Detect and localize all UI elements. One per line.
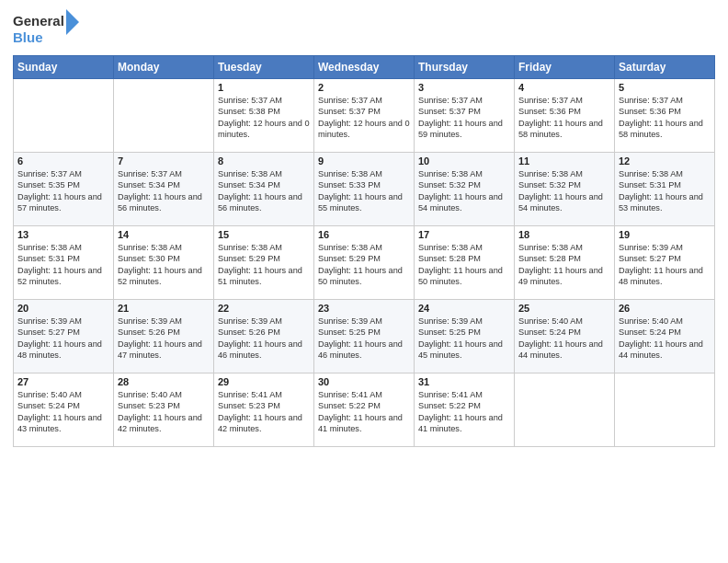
calendar-body: 1Sunrise: 5:37 AMSunset: 5:38 PMDaylight…: [14, 79, 715, 447]
day-info: Sunrise: 5:39 AMSunset: 5:26 PMDaylight:…: [218, 316, 310, 362]
day-number: 17: [418, 229, 510, 240]
calendar-cell: 6Sunrise: 5:37 AMSunset: 5:35 PMDaylight…: [14, 153, 114, 226]
day-number: 12: [619, 155, 711, 167]
week-row-3: 13Sunrise: 5:38 AMSunset: 5:31 PMDayligh…: [14, 226, 715, 300]
day-info: Sunrise: 5:38 AMSunset: 5:28 PMDaylight:…: [518, 242, 610, 288]
week-row-5: 27Sunrise: 5:40 AMSunset: 5:24 PMDayligh…: [14, 373, 715, 447]
calendar-cell: [615, 373, 715, 447]
weekday-header-row: SundayMondayTuesdayWednesdayThursdayFrid…: [14, 56, 715, 79]
day-number: 9: [318, 155, 410, 167]
day-number: 23: [318, 303, 410, 314]
calendar-cell: 10Sunrise: 5:38 AMSunset: 5:32 PMDayligh…: [415, 153, 515, 226]
calendar-cell: 17Sunrise: 5:38 AMSunset: 5:28 PMDayligh…: [415, 226, 515, 300]
weekday-header-tuesday: Tuesday: [214, 56, 314, 79]
calendar-cell: 1Sunrise: 5:37 AMSunset: 5:38 PMDaylight…: [214, 79, 314, 153]
weekday-header-monday: Monday: [114, 56, 214, 79]
day-number: 30: [318, 376, 410, 387]
day-info: Sunrise: 5:38 AMSunset: 5:30 PMDaylight:…: [118, 242, 210, 288]
svg-text:Blue: Blue: [13, 29, 43, 45]
day-info: Sunrise: 5:41 AMSunset: 5:22 PMDaylight:…: [418, 389, 510, 435]
calendar-cell: 16Sunrise: 5:38 AMSunset: 5:29 PMDayligh…: [314, 226, 415, 300]
calendar-cell: 4Sunrise: 5:37 AMSunset: 5:36 PMDaylight…: [515, 79, 615, 153]
page: GeneralBlue SundayMondayTuesdayWednesday…: [0, 0, 728, 563]
day-number: 19: [619, 229, 711, 240]
day-info: Sunrise: 5:38 AMSunset: 5:32 PMDaylight:…: [518, 168, 610, 214]
day-info: Sunrise: 5:38 AMSunset: 5:29 PMDaylight:…: [318, 242, 410, 288]
day-info: Sunrise: 5:38 AMSunset: 5:31 PMDaylight:…: [17, 242, 109, 288]
day-info: Sunrise: 5:37 AMSunset: 5:37 PMDaylight:…: [318, 95, 410, 141]
day-info: Sunrise: 5:38 AMSunset: 5:28 PMDaylight:…: [418, 242, 510, 288]
calendar-table: SundayMondayTuesdayWednesdayThursdayFrid…: [13, 55, 715, 447]
day-number: 27: [17, 376, 109, 387]
calendar-cell: 31Sunrise: 5:41 AMSunset: 5:22 PMDayligh…: [415, 373, 515, 447]
calendar-cell: 12Sunrise: 5:38 AMSunset: 5:31 PMDayligh…: [615, 153, 715, 226]
header: GeneralBlue: [13, 9, 715, 50]
day-number: 11: [518, 155, 610, 167]
day-number: 8: [218, 155, 310, 167]
day-info: Sunrise: 5:40 AMSunset: 5:24 PMDaylight:…: [619, 316, 711, 362]
logo-svg: GeneralBlue: [13, 9, 79, 50]
day-info: Sunrise: 5:40 AMSunset: 5:24 PMDaylight:…: [17, 389, 109, 435]
calendar-cell: 15Sunrise: 5:38 AMSunset: 5:29 PMDayligh…: [214, 226, 314, 300]
week-row-4: 20Sunrise: 5:39 AMSunset: 5:27 PMDayligh…: [14, 300, 715, 373]
weekday-header-sunday: Sunday: [14, 56, 114, 79]
day-number: 22: [218, 303, 310, 314]
calendar-cell: 7Sunrise: 5:37 AMSunset: 5:34 PMDaylight…: [114, 153, 214, 226]
day-number: 14: [118, 229, 210, 240]
day-number: 16: [318, 229, 410, 240]
calendar-cell: 27Sunrise: 5:40 AMSunset: 5:24 PMDayligh…: [14, 373, 114, 447]
day-info: Sunrise: 5:38 AMSunset: 5:29 PMDaylight:…: [218, 242, 310, 288]
day-number: 3: [418, 82, 510, 93]
calendar-cell: [515, 373, 615, 447]
calendar-cell: 20Sunrise: 5:39 AMSunset: 5:27 PMDayligh…: [14, 300, 114, 373]
day-info: Sunrise: 5:37 AMSunset: 5:37 PMDaylight:…: [418, 95, 510, 141]
day-info: Sunrise: 5:39 AMSunset: 5:26 PMDaylight:…: [118, 316, 210, 362]
day-info: Sunrise: 5:38 AMSunset: 5:34 PMDaylight:…: [218, 168, 310, 214]
calendar-cell: 28Sunrise: 5:40 AMSunset: 5:23 PMDayligh…: [114, 373, 214, 447]
day-number: 5: [619, 82, 711, 93]
svg-text:General: General: [13, 13, 64, 29]
day-info: Sunrise: 5:40 AMSunset: 5:23 PMDaylight:…: [118, 389, 210, 435]
calendar-cell: 24Sunrise: 5:39 AMSunset: 5:25 PMDayligh…: [415, 300, 515, 373]
calendar-cell: 9Sunrise: 5:38 AMSunset: 5:33 PMDaylight…: [314, 153, 415, 226]
day-number: 28: [118, 376, 210, 387]
day-info: Sunrise: 5:41 AMSunset: 5:22 PMDaylight:…: [318, 389, 410, 435]
day-number: 13: [17, 229, 109, 240]
day-number: 20: [17, 303, 109, 314]
day-number: 7: [118, 155, 210, 167]
calendar-cell: 14Sunrise: 5:38 AMSunset: 5:30 PMDayligh…: [114, 226, 214, 300]
day-info: Sunrise: 5:37 AMSunset: 5:34 PMDaylight:…: [118, 168, 210, 214]
calendar-cell: 22Sunrise: 5:39 AMSunset: 5:26 PMDayligh…: [214, 300, 314, 373]
day-number: 21: [118, 303, 210, 314]
day-number: 15: [218, 229, 310, 240]
logo: GeneralBlue: [13, 9, 79, 50]
calendar-cell: 5Sunrise: 5:37 AMSunset: 5:36 PMDaylight…: [615, 79, 715, 153]
calendar-cell: [114, 79, 214, 153]
day-number: 4: [518, 82, 610, 93]
weekday-header-saturday: Saturday: [615, 56, 715, 79]
day-number: 29: [218, 376, 310, 387]
calendar-cell: 11Sunrise: 5:38 AMSunset: 5:32 PMDayligh…: [515, 153, 615, 226]
day-number: 2: [318, 82, 410, 93]
day-info: Sunrise: 5:37 AMSunset: 5:36 PMDaylight:…: [518, 95, 610, 141]
calendar-cell: 21Sunrise: 5:39 AMSunset: 5:26 PMDayligh…: [114, 300, 214, 373]
day-info: Sunrise: 5:38 AMSunset: 5:31 PMDaylight:…: [619, 168, 711, 214]
day-number: 24: [418, 303, 510, 314]
day-info: Sunrise: 5:40 AMSunset: 5:24 PMDaylight:…: [518, 316, 610, 362]
day-info: Sunrise: 5:38 AMSunset: 5:32 PMDaylight:…: [418, 168, 510, 214]
day-info: Sunrise: 5:39 AMSunset: 5:27 PMDaylight:…: [619, 242, 711, 288]
day-number: 31: [418, 376, 510, 387]
day-info: Sunrise: 5:37 AMSunset: 5:35 PMDaylight:…: [17, 168, 109, 214]
day-info: Sunrise: 5:41 AMSunset: 5:23 PMDaylight:…: [218, 389, 310, 435]
calendar-cell: 25Sunrise: 5:40 AMSunset: 5:24 PMDayligh…: [515, 300, 615, 373]
day-info: Sunrise: 5:37 AMSunset: 5:36 PMDaylight:…: [619, 95, 711, 141]
calendar-cell: 8Sunrise: 5:38 AMSunset: 5:34 PMDaylight…: [214, 153, 314, 226]
calendar-cell: 30Sunrise: 5:41 AMSunset: 5:22 PMDayligh…: [314, 373, 415, 447]
day-info: Sunrise: 5:37 AMSunset: 5:38 PMDaylight:…: [218, 95, 310, 141]
day-info: Sunrise: 5:39 AMSunset: 5:25 PMDaylight:…: [318, 316, 410, 362]
weekday-header-thursday: Thursday: [415, 56, 515, 79]
calendar-header: SundayMondayTuesdayWednesdayThursdayFrid…: [14, 56, 715, 79]
calendar-cell: [14, 79, 114, 153]
day-number: 25: [518, 303, 610, 314]
day-number: 10: [418, 155, 510, 167]
